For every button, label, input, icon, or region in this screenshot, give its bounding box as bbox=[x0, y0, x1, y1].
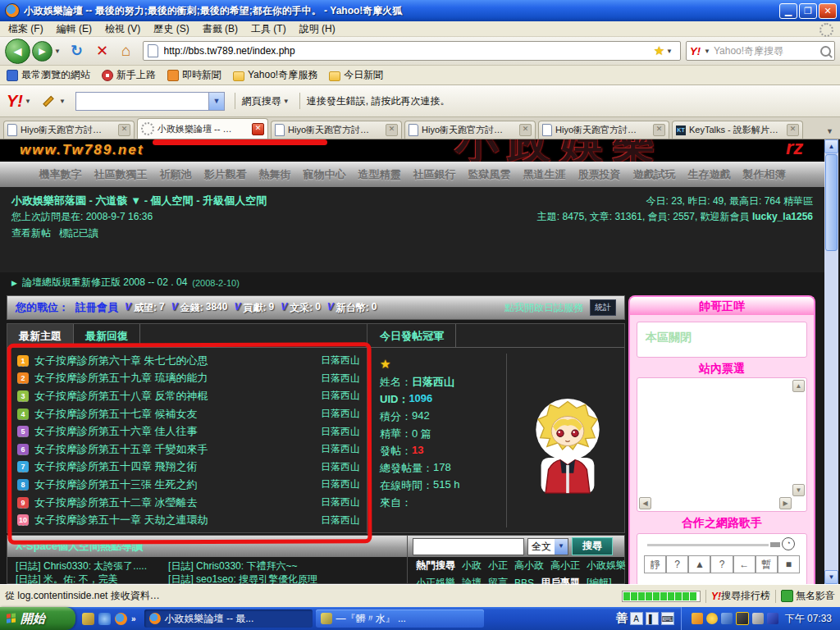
tray-icon-network[interactable] bbox=[721, 613, 733, 624]
nav-item[interactable]: 寵物中心 bbox=[304, 167, 346, 182]
bookmark-today-news[interactable]: 今日新聞 bbox=[329, 68, 383, 82]
nav-item[interactable]: 造型精靈 bbox=[358, 167, 401, 182]
taskbar-item-forum[interactable]: 小政娛樂論壇 -- 最... bbox=[144, 609, 313, 628]
forum-search-input[interactable] bbox=[413, 538, 524, 555]
pencil-icon[interactable] bbox=[43, 95, 53, 106]
yahoo-search-box[interactable]: Y! ▼ Yahoo!奇摩搜尋 bbox=[686, 41, 835, 61]
hot-search-link[interactable]: 高小正 bbox=[550, 559, 580, 573]
forward-button[interactable]: ▶ bbox=[32, 41, 52, 62]
new-member-link[interactable]: lucky_la1256 bbox=[752, 211, 813, 222]
tab-close-icon[interactable]: ✕ bbox=[519, 124, 532, 136]
stop-button[interactable]: ✕ bbox=[96, 42, 108, 60]
nav-item[interactable]: 祈願池 bbox=[160, 167, 192, 182]
edit-link[interactable]: [編輯] bbox=[587, 576, 612, 584]
nav-item[interactable]: 監獄風雲 bbox=[468, 167, 511, 182]
ime-keyboard-icon[interactable]: ⌨ bbox=[661, 612, 674, 625]
nav-item[interactable]: 社區銀行 bbox=[413, 167, 456, 182]
player-stop-button[interactable]: ■ bbox=[778, 555, 800, 573]
xspace-entry-link[interactable]: [日誌] 米。佑: 不，完美 bbox=[16, 573, 147, 584]
nav-item[interactable]: 製作相簿 bbox=[743, 167, 786, 182]
scroll-down-icon[interactable]: ▼ bbox=[792, 484, 805, 496]
nav-item[interactable]: 機率數字 bbox=[39, 167, 82, 182]
blog-service-link[interactable]: 點我開啟日誌服務 bbox=[504, 301, 583, 315]
wretch-link[interactable]: 無名影音 bbox=[796, 589, 835, 603]
yahoo-toolbar-search-input[interactable]: ▼ bbox=[75, 92, 225, 111]
quick-launch-icon[interactable] bbox=[82, 613, 94, 625]
tab-list-dropdown-icon[interactable]: ▼ bbox=[826, 127, 837, 139]
hot-search-link[interactable]: 高小政 bbox=[514, 559, 544, 573]
player-mute-button[interactable]: 靜 bbox=[644, 555, 666, 573]
yahoo-toolbar-logo[interactable]: Y! bbox=[7, 92, 23, 111]
ime-mode-icon[interactable]: A bbox=[630, 612, 643, 625]
menu-bookmarks[interactable]: 書籤 (B) bbox=[203, 22, 238, 36]
tab-hiyo-2[interactable]: Hiyo衝天跑官方討…✕ bbox=[271, 121, 402, 139]
reload-button[interactable]: ↻ bbox=[71, 42, 83, 60]
tab-close-icon[interactable]: ✕ bbox=[386, 124, 398, 136]
bookmark-yahoo-services[interactable]: Yahoo!奇摩服務 bbox=[233, 68, 317, 82]
hot-search-link[interactable]: 小正 bbox=[488, 559, 508, 573]
minimize-button[interactable]: ▁ bbox=[779, 3, 797, 19]
tab-hiyo-3[interactable]: Hiyo衝天跑官方討…✕ bbox=[404, 121, 536, 139]
search-scope-select[interactable]: 全文▼ bbox=[527, 538, 568, 555]
hot-search-link[interactable]: 小政 bbox=[462, 559, 482, 573]
xspace-entry-link[interactable]: [日誌] Chris0330: 太誇張了..... bbox=[16, 559, 147, 573]
tab-keytalks[interactable]: KTKeyTalks - 說影解片…✕ bbox=[672, 121, 803, 139]
stats-badge[interactable]: 統計 bbox=[590, 299, 616, 316]
nav-item[interactable]: 黑道生涯 bbox=[523, 167, 566, 182]
menu-tools[interactable]: 工具 (T) bbox=[251, 22, 286, 36]
player-button[interactable]: ? bbox=[710, 555, 733, 573]
restore-button[interactable]: ❐ bbox=[799, 3, 817, 19]
announcement-link[interactable]: 論壇總版規重新修正版 2008 -- 02 . 04 bbox=[22, 276, 187, 290]
menu-file[interactable]: 檔案 (F) bbox=[8, 22, 43, 36]
connection-error-message[interactable]: 連接發生錯誤, 請按此再次連接。 bbox=[307, 94, 450, 108]
tab-close-icon[interactable]: ✕ bbox=[118, 124, 130, 136]
history-dropdown-icon[interactable]: ▼ bbox=[54, 48, 61, 55]
hot-search-link[interactable]: BBS bbox=[514, 578, 534, 585]
breadcrumb[interactable]: 小政娛樂部落園 - 六道骸 ▼ - 個人空間 - 升級個人空間 bbox=[11, 194, 267, 208]
nav-item[interactable]: 股票投資 bbox=[578, 167, 621, 182]
view-new-posts-link[interactable]: 查看新帖 bbox=[11, 226, 51, 240]
search-icon[interactable] bbox=[820, 46, 831, 57]
player-back-button[interactable]: ← bbox=[733, 555, 756, 573]
hot-search-link[interactable]: 小正娛樂 bbox=[416, 576, 455, 584]
user-topics-link[interactable]: 用戶專題 bbox=[541, 576, 580, 584]
tray-icon-alert[interactable] bbox=[736, 612, 749, 625]
bookmark-getting-started[interactable]: 新手上路 bbox=[102, 68, 156, 82]
url-input[interactable] bbox=[162, 44, 654, 57]
browser-scrollbar[interactable]: ▲ ▼ bbox=[824, 139, 838, 584]
tray-icon-messenger-smiley[interactable] bbox=[706, 613, 718, 624]
xspace-entry-link[interactable]: [日誌] Chris0330: 下禮拜六~~ bbox=[168, 559, 317, 573]
tab-close-icon[interactable]: ✕ bbox=[787, 124, 799, 136]
yahoo-rank-link[interactable]: 搜尋排行榜 bbox=[721, 589, 770, 603]
bookmark-most-visited[interactable]: 最常瀏覽的網站 bbox=[7, 68, 90, 82]
sidebar-poll-box[interactable]: ▲▼ ◀▶ bbox=[637, 377, 807, 512]
tab-close-icon[interactable]: ✕ bbox=[653, 124, 665, 136]
nav-item[interactable]: 遊戲試玩 bbox=[633, 167, 676, 182]
search-engine-dropdown-icon[interactable]: ▼ bbox=[704, 48, 710, 55]
start-button[interactable]: 開始 bbox=[0, 607, 75, 630]
menu-view[interactable]: 檢視 (V) bbox=[105, 22, 140, 36]
tray-icon-star[interactable] bbox=[692, 613, 703, 624]
scroll-right-icon[interactable]: ▶ bbox=[779, 497, 792, 509]
back-button[interactable]: ◀ bbox=[5, 39, 30, 64]
close-button[interactable]: ✕ bbox=[819, 3, 837, 19]
rank-value[interactable]: 註冊會員 bbox=[75, 300, 118, 315]
nav-item[interactable]: 熱舞街 bbox=[259, 167, 291, 182]
bookmark-dropdown-icon[interactable]: ▼ bbox=[666, 48, 673, 55]
menu-help[interactable]: 說明 (H) bbox=[299, 22, 336, 36]
bookmark-star-icon[interactable]: ★ bbox=[654, 43, 664, 58]
scroll-down-icon[interactable]: ▼ bbox=[824, 570, 838, 584]
tab-close-icon[interactable]: ✕ bbox=[252, 123, 264, 135]
address-bar[interactable]: ★ ▼ bbox=[143, 41, 681, 61]
tray-icon-book[interactable] bbox=[767, 613, 778, 624]
player-seek-slider[interactable] bbox=[647, 544, 769, 546]
web-search-button[interactable]: 網頁搜尋 bbox=[242, 94, 281, 108]
ime-shape-icon[interactable]: ▌ bbox=[646, 612, 659, 625]
nav-item[interactable]: 影片觀看 bbox=[204, 167, 247, 182]
firefox-icon[interactable] bbox=[115, 613, 127, 625]
home-button[interactable]: ⌂ bbox=[121, 42, 130, 60]
tab-today-champion[interactable]: 今日發帖冠軍 bbox=[368, 324, 456, 347]
tab-forum-active[interactable]: 小政娛樂論壇 -- …✕ bbox=[137, 118, 268, 139]
announcement-row[interactable]: ▶ 論壇總版規重新修正版 2008 -- 02 . 04 (2008-2-10) bbox=[11, 276, 240, 290]
ie-icon[interactable] bbox=[98, 613, 111, 625]
